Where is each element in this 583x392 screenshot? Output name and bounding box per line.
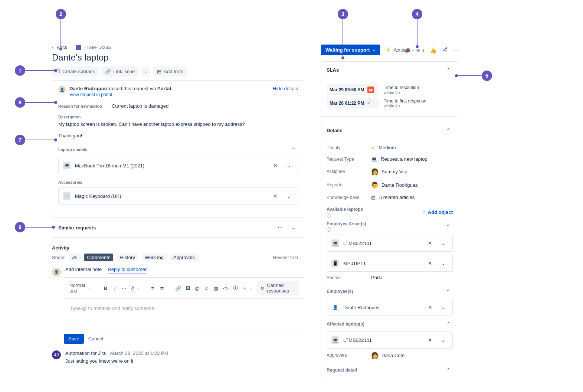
tab-approvals[interactable]: Approvals <box>170 254 198 261</box>
sla-time-badge: Mar 28 01:22 PM ✓ <box>327 98 379 108</box>
callout-dot <box>54 101 57 104</box>
assignee-field[interactable]: Assignee 👩Sammy Vito <box>327 165 453 178</box>
chevron-down-icon: ⌄ <box>88 286 91 290</box>
canned-responses-button[interactable]: ↻ Canned responses <box>257 281 299 295</box>
request-type-field[interactable]: Request Type 💻 Request a new laptop <box>327 153 453 165</box>
sort-icon: ↓↑ <box>299 255 304 260</box>
link-issue-dropdown[interactable]: ⌄ <box>141 67 150 76</box>
chevron-down-icon[interactable]: ⌄ <box>284 192 293 200</box>
internal-note-tab[interactable]: Add internal note <box>65 267 102 274</box>
sla-sub: within 8h <box>384 90 419 95</box>
asset-link-icon[interactable]: ✕ <box>426 239 435 248</box>
asset-link-icon[interactable]: ✕ <box>271 192 280 200</box>
bold-icon[interactable]: B <box>103 285 108 291</box>
laptop-model-row[interactable]: 💻 MacBook Pro 16-inch M1 (2021) ✕ ⌄ <box>58 157 298 174</box>
tab-all[interactable]: All <box>69 254 80 261</box>
collapse-icon[interactable]: ⌃ <box>444 65 453 74</box>
reply-customer-tab[interactable]: Reply to customer <box>108 267 147 274</box>
hide-details-link[interactable]: Hide details <box>273 86 298 91</box>
more-format-icon[interactable]: ⋯ <box>122 285 127 291</box>
link-issue-label: Link issue <box>113 69 135 74</box>
callout-line <box>25 102 54 103</box>
back-chevron-icon[interactable]: ‹ <box>52 45 53 50</box>
callout-line <box>343 19 343 56</box>
tab-comments[interactable]: Comments <box>84 254 114 261</box>
chevron-down-icon[interactable]: ⌄ <box>289 223 298 232</box>
details-panel: Details ⌃ Priority ═ Medium Request Type… <box>321 122 458 380</box>
asset-link-icon[interactable]: ✕ <box>426 303 435 312</box>
chevron-down-icon[interactable]: ⌄ <box>439 239 448 248</box>
info-icon[interactable]: i <box>327 213 331 218</box>
collapse-icon[interactable]: ⌃ <box>444 366 453 375</box>
description-text-2: Thank you! <box>58 133 298 138</box>
reporter-field[interactable]: Reporter 👨Dante Rodriguez <box>327 178 453 192</box>
asset-row[interactable]: 💻 LTMB022101 ✕ ⌄ <box>327 235 453 252</box>
link-icon[interactable]: 🔗 <box>175 285 181 291</box>
text-style-select[interactable]: Normal text ⌄ <box>69 282 91 294</box>
employee-assets-label: Employee Asset(s) i ⌃ <box>327 221 453 232</box>
code-icon[interactable]: <> <box>223 285 229 291</box>
employees-label: Employee(s) ⌃ <box>327 287 453 296</box>
mention-icon[interactable]: @ <box>195 285 200 291</box>
approvers-field[interactable]: Approvers 👩Darla Cote <box>327 349 453 362</box>
chevron-down-icon[interactable]: ⌄ <box>439 303 448 312</box>
reason-field: Reason for new laptop Current laptop is … <box>58 103 298 109</box>
accessory-row[interactable]: ⌨️ Magic Keyboard (UK) ✕ ⌄ <box>58 187 298 205</box>
status-dropdown[interactable]: Waiting for support ⌄ <box>321 45 380 55</box>
more-icon[interactable]: ⋯ <box>276 223 285 232</box>
available-laptops-label: Available laptops i ＋ Add object <box>327 207 453 218</box>
collapse-icon[interactable]: ⌃ <box>444 320 453 329</box>
assignee-name: Sammy Vito <box>381 169 407 174</box>
number-list-icon[interactable]: ≣ <box>160 285 164 291</box>
affected-row[interactable]: 💻 LTMB022101 ✕ ⌄ <box>327 331 453 349</box>
issue-key-link[interactable]: ITSM-13365 <box>84 45 111 50</box>
priority-field[interactable]: Priority ═ Medium <box>327 142 453 153</box>
add-object-link[interactable]: ＋ Add object <box>422 209 453 215</box>
sort-newest-first[interactable]: Newest first ↓↑ <box>273 255 304 260</box>
request-type-value: Request a new laptop <box>381 156 428 162</box>
insert-more[interactable]: ＋⌄ <box>242 285 252 291</box>
cancel-button[interactable]: Cancel <box>88 336 103 342</box>
sla-title: Time to resolution <box>384 85 419 90</box>
editor-textarea[interactable]: Type @ to mention and notify someone. <box>64 299 304 330</box>
approver-avatar: 👩 <box>371 352 379 359</box>
chevron-down-icon[interactable]: ⌄ <box>439 336 448 344</box>
chevron-down-icon[interactable]: ⌄ <box>284 161 293 170</box>
view-in-portal-link[interactable]: View request in portal <box>69 92 112 97</box>
issue-title[interactable]: Dante's laptop <box>52 52 304 63</box>
chevron-down-icon[interactable]: ⌄ <box>439 259 448 268</box>
accessories-label: Accessories <box>58 180 298 184</box>
emoji-icon[interactable]: ☺ <box>204 285 209 291</box>
collapse-icon[interactable]: ⌃ <box>444 287 453 296</box>
create-subtask-button[interactable]: ☐ Create subtask <box>52 66 98 76</box>
affected-id: LTMB022101 <box>343 337 421 343</box>
actions-menu[interactable]: ⚡ Actions ⌄ <box>385 47 415 53</box>
bullet-list-icon[interactable]: ≡ <box>150 285 155 291</box>
add-form-button[interactable]: ▤ Add form <box>153 66 187 76</box>
kb-field[interactable]: Knowledge base ▤ 5 related articles <box>327 192 453 203</box>
image-icon[interactable]: 🖼 <box>186 285 190 291</box>
collapse-icon[interactable]: ⌃ <box>444 126 453 135</box>
info-icon[interactable]: i <box>327 227 331 232</box>
text-color-select[interactable]: A⌄ <box>131 285 140 291</box>
comment-author: Automation for Jira <box>65 350 106 356</box>
info-icon[interactable]: ⓘ <box>233 285 238 291</box>
collapse-icon[interactable]: ⌃ <box>444 222 453 231</box>
editor-toolbar: Normal text ⌄ B I ⋯ A⌄ ≡ ≣ 🔗 🖼 @ ☺ ▦ <> … <box>64 278 304 299</box>
tab-history[interactable]: History <box>117 254 138 261</box>
laptop-asset-icon: 💻 <box>331 336 339 344</box>
employee-row[interactable]: 👤 Dante Rodriguez ✕ ⌄ <box>327 299 453 316</box>
asset-link-icon[interactable]: ✕ <box>271 161 280 170</box>
table-icon[interactable]: ▦ <box>213 285 218 291</box>
asset-link-icon[interactable]: ✕ <box>426 336 435 344</box>
asset-row[interactable]: 📱 MP01IP11 ✕ ⌄ <box>327 255 453 272</box>
link-issue-button[interactable]: 🔗 Link issue <box>101 66 138 76</box>
callout-8: 8 <box>15 97 25 108</box>
collapse-laptop-icon[interactable]: ⌃ <box>289 145 298 154</box>
employee-name: Dante Rodriguez <box>343 305 421 310</box>
sla-row: Mar 28 01:22 PM ✓ Time to first response… <box>327 98 453 108</box>
italic-icon[interactable]: I <box>112 285 117 291</box>
save-button[interactable]: Save <box>64 334 84 344</box>
tab-worklog[interactable]: Work log <box>142 254 167 261</box>
asset-link-icon[interactable]: ✕ <box>426 259 435 268</box>
